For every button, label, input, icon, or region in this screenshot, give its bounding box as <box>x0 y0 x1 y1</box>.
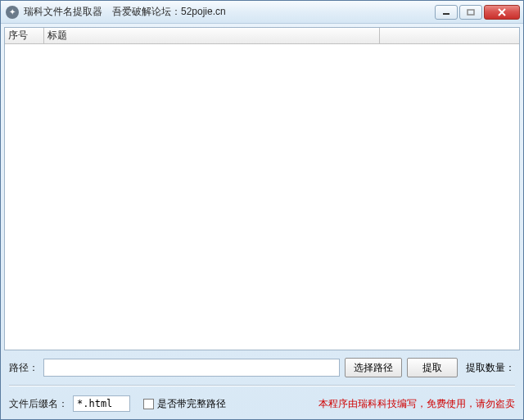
ext-label: 文件后缀名： <box>9 397 68 411</box>
browse-button[interactable]: 选择路径 <box>345 358 402 377</box>
fullpath-checkbox[interactable]: 是否带完整路径 <box>143 397 226 411</box>
client-area: 序号 标题 路径： 选择路径 提取 提取数量： 文件后缀名： 是否带完整路径 本… <box>4 27 520 416</box>
list-header: 序号 标题 <box>5 28 519 44</box>
path-label: 路径： <box>9 361 38 375</box>
window-title: 瑞科文件名提取器 吾爱破解论坛：52pojie.cn <box>24 5 435 19</box>
options-row: 文件后缀名： 是否带完整路径 本程序由瑞科科技编写，免费使用，请勿盗卖 <box>4 391 520 416</box>
col-title[interactable]: 标题 <box>44 28 380 43</box>
path-input[interactable] <box>43 359 340 377</box>
window-controls <box>435 5 520 20</box>
col-extra[interactable] <box>380 28 519 43</box>
titlebar: ✦ 瑞科文件名提取器 吾爱破解论坛：52pojie.cn <box>1 1 523 24</box>
minimize-button[interactable] <box>435 5 458 20</box>
file-list[interactable]: 序号 标题 <box>4 27 520 350</box>
close-button[interactable] <box>484 5 520 20</box>
svg-rect-1 <box>468 10 474 15</box>
col-index[interactable]: 序号 <box>5 28 44 43</box>
path-row: 路径： 选择路径 提取 提取数量： <box>4 355 520 380</box>
app-icon: ✦ <box>6 6 19 19</box>
checkbox-box-icon <box>143 399 154 409</box>
divider <box>9 385 515 386</box>
maximize-button[interactable] <box>459 5 482 20</box>
count-label: 提取数量： <box>463 361 515 375</box>
credit-text: 本程序由瑞科科技编写，免费使用，请勿盗卖 <box>318 397 515 411</box>
list-body <box>5 44 519 350</box>
extension-input[interactable] <box>73 395 130 412</box>
fullpath-label: 是否带完整路径 <box>157 397 226 411</box>
extract-button[interactable]: 提取 <box>407 358 458 377</box>
app-window: ✦ 瑞科文件名提取器 吾爱破解论坛：52pojie.cn 序号 标题 <box>0 0 524 420</box>
